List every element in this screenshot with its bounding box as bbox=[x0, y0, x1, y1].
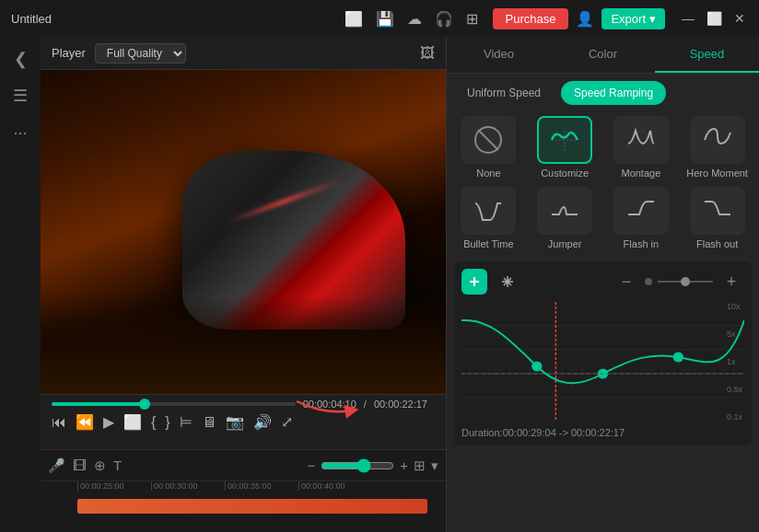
preset-montage-label: Montage bbox=[621, 168, 660, 179]
fullscreen-button[interactable]: ⤢ bbox=[281, 413, 293, 431]
speed-ramping-tab[interactable]: Speed Ramping bbox=[561, 81, 666, 105]
preset-customize[interactable]: Customize bbox=[531, 116, 600, 179]
mark-out-button[interactable]: } bbox=[165, 414, 169, 431]
zoom-slider[interactable] bbox=[321, 458, 394, 473]
preset-none-box bbox=[461, 116, 516, 164]
monitor-icon[interactable]: ⬜ bbox=[344, 10, 363, 28]
tab-video[interactable]: Video bbox=[447, 37, 551, 73]
track-clip[interactable] bbox=[77, 499, 427, 514]
close-button[interactable]: ✕ bbox=[731, 10, 748, 27]
zoom-in-icon[interactable]: + bbox=[400, 457, 408, 473]
ruler-marks: 00:00:25:00 00:00:30:00 00:00:35:00 00:0… bbox=[41, 481, 446, 496]
export-button[interactable]: Export ▾ bbox=[601, 8, 665, 29]
svg-point-15 bbox=[673, 353, 683, 362]
preset-flash-in-label: Flash in bbox=[624, 238, 660, 250]
preset-hero-box bbox=[690, 116, 745, 164]
quality-select[interactable]: Full Quality bbox=[95, 43, 186, 64]
image-icon[interactable]: 🖼 bbox=[420, 45, 435, 62]
trim-button[interactable]: ⊨ bbox=[180, 413, 193, 431]
clip-icon[interactable]: 🎞 bbox=[73, 457, 87, 473]
panel-tabs: Video Color Speed bbox=[447, 37, 759, 74]
app-title: Untitled bbox=[11, 12, 52, 26]
tab-color[interactable]: Color bbox=[551, 37, 655, 73]
tab-speed[interactable]: Speed bbox=[655, 37, 759, 73]
preset-bullet-label: Bullet Time bbox=[463, 238, 513, 250]
y-label-05x: 0.5x bbox=[727, 385, 742, 394]
preset-hero-label: Hero Moment bbox=[686, 168, 748, 179]
purchase-button[interactable]: Purchase bbox=[493, 8, 569, 29]
sidebar-collapse-icon[interactable]: ❮ bbox=[6, 44, 35, 74]
uniform-speed-tab[interactable]: Uniform Speed bbox=[454, 81, 554, 105]
curve-y-labels: 10x 5x 1x 0.5x 0.1x bbox=[727, 302, 742, 422]
preset-flash-in[interactable]: Flash in bbox=[607, 187, 676, 250]
total-time: 00:00:22:17 bbox=[374, 399, 427, 410]
preset-customize-box bbox=[537, 116, 592, 164]
preset-none[interactable]: None bbox=[454, 116, 523, 179]
mark-in-button[interactable]: { bbox=[151, 414, 156, 431]
y-label-5x: 5x bbox=[727, 330, 742, 339]
add-point-button[interactable] bbox=[461, 269, 487, 295]
freeze-button[interactable] bbox=[495, 269, 520, 295]
more-icon[interactable]: ▾ bbox=[431, 457, 438, 474]
curve-zoom-dot bbox=[645, 278, 652, 285]
jumper-icon bbox=[548, 194, 581, 227]
ruler-mark-2: 00:00:30:00 bbox=[151, 481, 225, 491]
preset-jumper[interactable]: Jumper bbox=[531, 187, 600, 250]
y-label-01x: 0.1x bbox=[727, 412, 742, 422]
curve-toolbar: − + bbox=[461, 269, 744, 295]
audio-button[interactable]: 🔊 bbox=[253, 413, 272, 431]
zoom-out-icon[interactable]: − bbox=[307, 457, 315, 473]
player-toolbar: Player Full Quality 🖼 bbox=[41, 37, 446, 70]
preset-jumper-box bbox=[537, 187, 592, 235]
preset-grid: None Customize bbox=[454, 116, 752, 250]
curve-zoom-out-button[interactable]: − bbox=[613, 269, 639, 295]
flash-out-icon bbox=[701, 194, 734, 227]
transport-bar: 00:00:04:10 / 00:00:22:17 bbox=[41, 394, 446, 449]
hero-moment-icon bbox=[701, 123, 734, 156]
svg-point-13 bbox=[532, 362, 542, 371]
video-preview bbox=[41, 70, 446, 394]
transport-controls: ⏮ ⏪ ▶ ⬜ { } ⊨ 🖥 📷 🔊 ⤢ bbox=[52, 413, 435, 431]
headphone-icon[interactable]: 🎧 bbox=[435, 10, 453, 28]
preset-montage[interactable]: Montage bbox=[607, 116, 676, 179]
save-icon[interactable]: 💾 bbox=[376, 10, 394, 28]
preset-bullet-box bbox=[461, 187, 516, 235]
stop-button[interactable]: ⬜ bbox=[123, 413, 142, 431]
sidebar-menu-icon[interactable]: ☰ bbox=[6, 81, 35, 110]
curve-zoom-controls: − + bbox=[613, 269, 744, 295]
timeline-ruler: 00:00:25:00 00:00:30:00 00:00:35:00 00:0… bbox=[41, 481, 446, 532]
skip-back-button[interactable]: ⏮ bbox=[52, 414, 66, 431]
window-controls: — ⬜ ✕ bbox=[680, 10, 748, 27]
mic-icon[interactable]: 🎤 bbox=[48, 457, 65, 474]
snapshot-button[interactable]: 📷 bbox=[226, 413, 244, 431]
progress-row: 00:00:04:10 / 00:00:22:17 bbox=[52, 399, 435, 410]
main-content: ❮ ☰ ··· Player Full Quality 🖼 bbox=[0, 37, 759, 532]
y-label-10x: 10x bbox=[727, 302, 742, 311]
maximize-button[interactable]: ⬜ bbox=[706, 10, 722, 27]
user-icon[interactable]: 👤 bbox=[576, 10, 594, 28]
preset-bullet-time[interactable]: Bullet Time bbox=[454, 187, 523, 250]
progress-fill bbox=[52, 402, 145, 406]
current-time: 00:00:04:10 bbox=[303, 399, 356, 410]
text-icon[interactable]: T bbox=[113, 457, 122, 473]
sidebar-more-icon[interactable]: ··· bbox=[6, 118, 35, 147]
progress-track[interactable] bbox=[52, 402, 296, 406]
apps-icon[interactable]: ⊞ bbox=[466, 10, 478, 28]
play-button[interactable]: ▶ bbox=[103, 413, 114, 431]
minimize-button[interactable]: — bbox=[680, 10, 696, 27]
grid-icon[interactable]: ⊞ bbox=[414, 457, 426, 474]
preset-flash-out[interactable]: Flash out bbox=[683, 187, 752, 250]
time-separator: / bbox=[364, 399, 367, 410]
preset-montage-box bbox=[613, 116, 669, 164]
panel-content: Uniform Speed Speed Ramping None bbox=[447, 74, 759, 532]
screen-record-button[interactable]: 🖥 bbox=[202, 414, 216, 431]
cloud-icon[interactable]: ☁ bbox=[407, 10, 422, 28]
frame-back-button[interactable]: ⏪ bbox=[76, 413, 94, 431]
montage-icon bbox=[625, 123, 658, 156]
curve-zoom-in-button[interactable]: + bbox=[718, 269, 744, 295]
duration-text: Duration:00:00:29:04 -> 00:00:22:17 bbox=[461, 427, 744, 438]
sticker-icon[interactable]: ⊕ bbox=[94, 457, 106, 474]
preset-hero-moment[interactable]: Hero Moment bbox=[683, 116, 752, 179]
curve-editor: − + bbox=[454, 261, 752, 445]
zoom-control: − + ⊞ ▾ bbox=[307, 457, 438, 474]
